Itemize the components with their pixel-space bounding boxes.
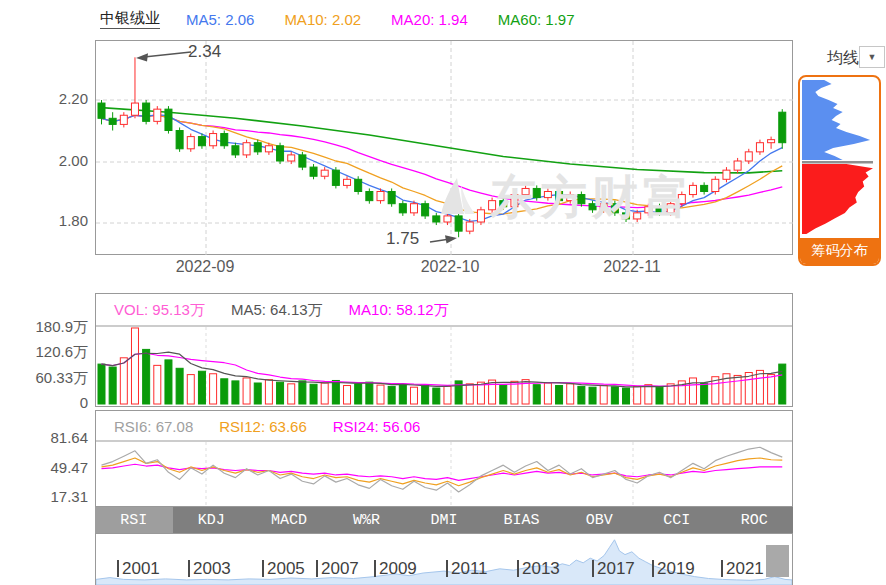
volume-legend-item: MA5: 64.13万 (231, 301, 323, 320)
volume-legend-item: VOL: 95.13万 (114, 301, 205, 320)
main-chart-panel[interactable]: 东方财富 2.34 1.75 (95, 40, 793, 255)
tab-wpctr[interactable]: W%R (328, 507, 406, 533)
navigator-handle[interactable] (766, 545, 789, 577)
tab-dmi[interactable]: DMI (405, 507, 483, 533)
rsi-axis-label: 81.64 (0, 430, 88, 445)
ma-legend-item: MA10: 2.02 (284, 11, 361, 28)
year-label-2019: 2019 (652, 560, 695, 577)
ma-legend: MA5: 2.06MA10: 2.02MA20: 1.94MA60: 1.97 (186, 11, 575, 28)
ma-dropdown-label: 均线 (827, 48, 859, 69)
year-label-2001: 2001 (117, 560, 160, 577)
volume-panel: VOL: 95.13万MA5: 64.13万MA10: 58.12万 (95, 293, 793, 407)
volume-legend-item: MA10: 58.12万 (349, 301, 449, 320)
tab-rsi[interactable]: RSI (95, 507, 173, 533)
chip-distribution-panel[interactable]: 筹码分布 (798, 75, 881, 266)
year-label-2009: 2009 (374, 560, 417, 577)
tab-cci[interactable]: CCI (638, 507, 716, 533)
stock-name-link[interactable]: 中银绒业 (100, 9, 160, 29)
year-label-2005: 2005 (262, 560, 305, 577)
chart-header: 中银绒业 MA5: 2.06MA10: 2.02MA20: 1.94MA60: … (100, 8, 575, 30)
tab-kdj[interactable]: KDJ (173, 507, 251, 533)
timeline-navigator[interactable]: 2001200320052007200920112013201720192021 (95, 533, 793, 585)
volume-axis-label: 0 (0, 395, 88, 410)
rsi-axis-label: 17.31 (0, 489, 88, 504)
date-axis-label: 2022-11 (603, 258, 661, 276)
rsi-axis-label: 49.47 (0, 460, 88, 475)
annotation-low: 1.75 (386, 229, 419, 249)
volume-header: VOL: 95.13万MA5: 64.13万MA10: 58.12万 (114, 294, 449, 326)
ma-dropdown-button[interactable]: ▼ (859, 46, 885, 68)
ma-legend-item: MA5: 2.06 (186, 11, 254, 28)
rsi-legend-item: RSI12: 63.66 (219, 418, 307, 435)
chevron-down-icon: ▼ (868, 52, 877, 62)
year-label-2021: 2021 (721, 560, 764, 577)
rsi-panel: RSI6: 67.08RSI12: 63.66RSI24: 56.06 (95, 410, 793, 507)
tab-bias[interactable]: BIAS (483, 507, 561, 533)
tab-roc[interactable]: ROC (716, 507, 794, 533)
volume-axis-label: 120.6万 (0, 344, 88, 359)
ma-legend-item: MA60: 1.97 (498, 11, 575, 28)
year-label-2003: 2003 (188, 560, 231, 577)
volume-axis-label: 180.9万 (0, 319, 88, 334)
chip-distribution-chart (800, 77, 879, 238)
rsi-legend-item: RSI6: 67.08 (114, 418, 193, 435)
rsi-legend-item: RSI24: 56.06 (333, 418, 421, 435)
ma-legend-item: MA20: 1.94 (391, 11, 468, 28)
volume-axis-label: 60.33万 (0, 370, 88, 385)
date-axis-label: 2022-10 (421, 258, 480, 276)
rsi-header: RSI6: 67.08RSI12: 63.66RSI24: 56.06 (114, 411, 420, 441)
chip-distribution-button[interactable]: 筹码分布 (800, 238, 879, 264)
year-label-2013: 2013 (517, 560, 560, 577)
price-axis-label: 1.80 (0, 213, 88, 228)
tab-macd[interactable]: MACD (250, 507, 328, 533)
kline-app: 中银绒业 MA5: 2.06MA10: 2.02MA20: 1.94MA60: … (0, 0, 886, 585)
candlestick-chart (96, 41, 794, 256)
indicator-tabbar: RSIKDJMACDW%RDMIBIASOBVCCIROC (95, 507, 793, 533)
date-axis-label: 2022-09 (176, 258, 235, 276)
price-axis-label: 2.00 (0, 153, 88, 168)
year-label-2011: 2011 (446, 560, 488, 577)
year-label-2017: 2017 (592, 560, 635, 577)
tab-obv[interactable]: OBV (560, 507, 638, 533)
annotation-high: 2.34 (188, 42, 221, 62)
year-label-2007: 2007 (316, 560, 359, 577)
price-axis-label: 2.20 (0, 91, 88, 106)
